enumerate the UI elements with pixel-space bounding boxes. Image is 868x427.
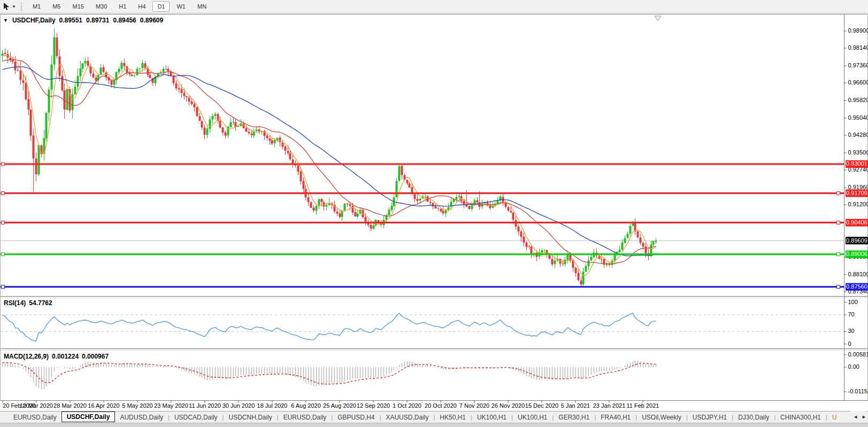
date-axis-label: 16 Apr 2020 <box>88 402 119 409</box>
svg-text:0.89006: 0.89006 <box>846 251 867 257</box>
chart-tab-usdcnh-daily[interactable]: USDCNH,Daily <box>224 412 276 423</box>
ohlc-open: 0.89551 <box>59 17 82 24</box>
chart-tab-eurusd-daily[interactable]: EURUSD,Daily <box>279 412 332 423</box>
ohlc-close: 0.89609 <box>140 17 163 24</box>
macd-signal-value: 0.000967 <box>82 353 109 360</box>
chart-tab-usdjpy-h1[interactable]: USDJPY,H1 <box>688 412 732 423</box>
price-axis-label: 0.97360 <box>848 62 868 68</box>
rsi-current-value: 54.7762 <box>29 299 52 307</box>
rsi-axis-label: 70 <box>848 311 855 317</box>
tab-scroll-left-button[interactable]: ◄ <box>853 414 858 420</box>
chart-tab-usdcad-daily[interactable]: USDCAD,Daily <box>170 412 222 423</box>
mt4-window: ▼ M1M5M15M30H1H4D1W1MN 0.989000.981400.9… <box>0 0 868 427</box>
chart-tab-china300-h1[interactable]: CHINA300,H1 <box>775 412 826 423</box>
price-axis-label: 0.98140 <box>848 44 868 51</box>
date-axis-label: 1 Oct 2020 <box>393 402 421 409</box>
chart-tab-usdchf-daily[interactable]: USDCHF,Daily <box>62 412 116 422</box>
chart-tab-fra40-h1[interactable]: FRA40,H1 <box>596 412 635 423</box>
triangle-down-icon[interactable]: ▼ <box>3 18 8 23</box>
date-axis-label: 15 Dec 2020 <box>525 402 558 409</box>
date-axis-label: 28 Mar 2020 <box>53 402 87 409</box>
chart-tab-dj30-daily[interactable]: DJ30,Daily <box>733 412 774 423</box>
date-axis-label: 18 Jul 2020 <box>257 402 288 409</box>
chart-tab-hk50-h1[interactable]: HK50,H1 <box>435 412 471 423</box>
svg-text:0.91709: 0.91709 <box>846 190 867 196</box>
rsi-axis-label: 0 <box>848 340 851 347</box>
chart-canvas[interactable]: 0.989000.981400.973600.966000.958200.950… <box>0 0 868 427</box>
date-axis-label: 25 Aug 2020 <box>323 402 356 409</box>
date-axis-label: 7 Nov 2020 <box>459 402 489 409</box>
svg-text:0.87560: 0.87560 <box>846 283 867 290</box>
chart-tab-usoil-weekly[interactable]: USOil,Weekly <box>637 412 686 423</box>
chart-tab-eurusd-daily[interactable]: EURUSD,Daily <box>9 412 62 423</box>
macd-axis-label: 0.00 <box>848 363 859 370</box>
chart-tab-gbpusd-h4[interactable]: GBPUSD,H4 <box>333 412 379 423</box>
date-axis-label: 23 May 2020 <box>154 402 188 409</box>
macd-main-value: 0.001224 <box>52 353 79 360</box>
date-axis-label: 30 Jun 2020 <box>222 402 255 409</box>
macd-axis-label: 0.005818 <box>848 351 868 358</box>
date-axis-label: 5 May 2020 <box>122 402 152 409</box>
price-axis-label: 0.96600 <box>848 79 868 86</box>
status-bar <box>0 423 868 427</box>
level-price-label-0.90406: 0.90406 <box>846 219 868 227</box>
macd-axis-label: -0.011514 <box>848 388 868 394</box>
date-axis-label: 10 Mar 2020 <box>20 402 53 409</box>
price-axis-label: 0.95820 <box>848 97 868 103</box>
ohlc-high: 0.89731 <box>86 17 109 24</box>
chart-tab-uk100-h1[interactable]: UK100,H1 <box>513 412 552 423</box>
date-axis-label: 23 Jan 2021 <box>593 402 626 409</box>
macd-pane-label: MACD(12,26,9) 0.001224 0.000967 <box>4 353 109 360</box>
price-axis-label: 0.91200 <box>848 201 868 207</box>
rsi-indicator-name: RSI(14) <box>4 299 26 307</box>
chart-tab-u[interactable]: U <box>827 412 842 423</box>
chart-tabs: EURUSD,DailyUSDCHF,DailyAUDUSD,Daily|USD… <box>9 412 842 423</box>
date-axis-label: 11 Jun 2020 <box>189 402 221 409</box>
date-axis: 20 Feb 202010 Mar 202028 Mar 202016 Apr … <box>3 401 659 409</box>
chart-tab-ger30-h1[interactable]: GER30,H1 <box>554 412 594 423</box>
chart-ohlc-header: ▼ USDCHF,Daily 0.89551 0.89731 0.89456 0… <box>3 17 163 24</box>
svg-text:0.89609: 0.89609 <box>846 237 867 244</box>
macd-indicator-name: MACD(12,26,9) <box>4 353 49 360</box>
chart-tab-uk100-h1[interactable]: UK100,H1 <box>472 412 511 423</box>
date-axis-label: 12 Sep 2020 <box>357 402 390 409</box>
tab-scroll-right-button[interactable]: ► <box>862 414 866 420</box>
price-axis-label: 0.88100 <box>848 271 868 277</box>
price-axis-label: 0.95040 <box>848 114 868 121</box>
price-axis-label: 0.98900 <box>848 27 868 34</box>
current-price-label: 0.89609 <box>846 237 868 244</box>
chart-tab-bar: EURUSD,DailyUSDCHF,DailyAUDUSD,Daily|USD… <box>0 411 868 423</box>
svg-text:0.93001: 0.93001 <box>846 160 867 167</box>
date-axis-label: 5 Jan 2021 <box>561 402 590 409</box>
ohlc-low: 0.89456 <box>113 17 136 24</box>
rsi-axis-label: 100 <box>848 299 858 305</box>
date-axis-label: 26 Nov 2020 <box>491 402 525 409</box>
date-axis-label: 20 Oct 2020 <box>425 402 457 409</box>
level-price-label-0.89006: 0.89006 <box>846 251 868 258</box>
chart-symbol-label: USDCHF,Daily <box>12 17 56 24</box>
price-axis-label: 0.93500 <box>848 149 868 156</box>
level-price-label-0.91709: 0.91709 <box>846 190 868 197</box>
rsi-axis-label: 30 <box>848 328 855 334</box>
level-price-label-0.93001: 0.93001 <box>846 160 868 168</box>
svg-text:0.90406: 0.90406 <box>846 219 867 226</box>
chart-tab-audusd-daily[interactable]: AUDUSD,Daily <box>115 412 168 423</box>
tab-scroll-arrows: ◄ ► <box>850 411 866 423</box>
level-price-label-0.87560: 0.87560 <box>846 283 868 291</box>
price-axis-label: 0.94280 <box>848 131 868 138</box>
rsi-pane-label: RSI(14) 54.7762 <box>4 299 52 307</box>
date-axis-label: 6 Aug 2020 <box>291 402 321 409</box>
chart-tab-xauusd-daily[interactable]: XAUUSD,Daily <box>381 412 433 423</box>
date-axis-label: 11 Feb 2021 <box>627 402 659 409</box>
